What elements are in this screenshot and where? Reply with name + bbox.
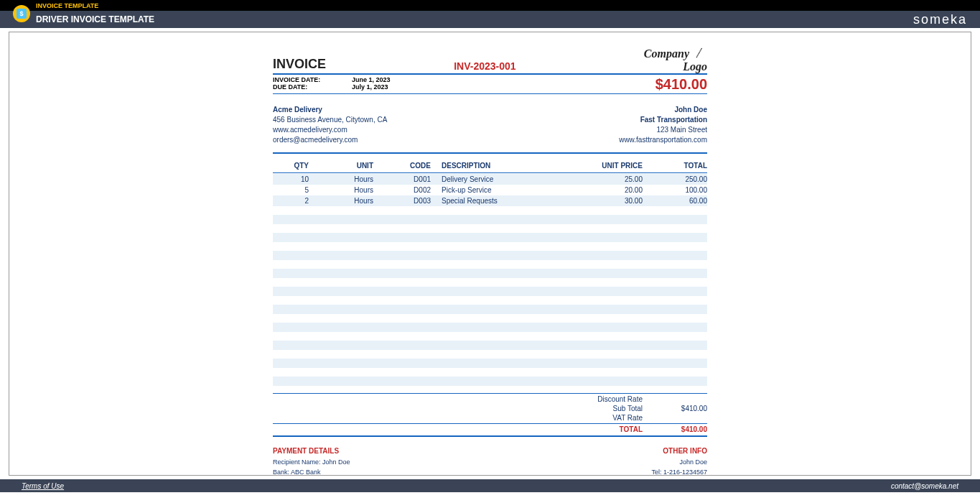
- empty-row: [273, 341, 707, 350]
- subtotal-value: $410.00: [643, 405, 707, 412]
- col-unit: UNIT: [316, 162, 381, 170]
- divider: [273, 93, 707, 94]
- to-web: www.fasttransportation.com: [619, 135, 707, 145]
- summary-row: Discount Rate: [273, 394, 707, 404]
- cell-total: 100.00: [643, 186, 707, 194]
- brand-logo: someka: [913, 12, 967, 27]
- terms-link[interactable]: Terms of Use: [22, 482, 64, 490]
- divider: [273, 152, 707, 154]
- footer-bar: Terms of Use contact@someka.net: [0, 479, 980, 492]
- document-frame: INVOICE INV-2023-001 Company⟋ Logo INVOI…: [9, 32, 971, 476]
- cell-total: 60.00: [643, 197, 707, 205]
- dates-block: INVOICE DATE:June 1, 2023 DUE DATE:July …: [273, 76, 391, 93]
- cell-code: D002: [381, 186, 438, 194]
- from-party: Acme Delivery 456 Business Avenue, Cityt…: [273, 105, 387, 145]
- col-qty: QTY: [273, 162, 316, 170]
- summary-total-row: TOTAL$410.00: [273, 425, 707, 434]
- top-bar: INVOICE TEMPLATE: [0, 0, 980, 11]
- topbar-label: INVOICE TEMPLATE: [36, 2, 98, 9]
- summary-row: VAT Rate: [273, 413, 707, 423]
- app-icon: $: [13, 5, 30, 22]
- parties-block: Acme Delivery 456 Business Avenue, Cityt…: [273, 105, 707, 145]
- empty-row: [273, 215, 707, 224]
- table-row: 2 Hours D003 Special Requests 30.00 60.0…: [273, 195, 707, 206]
- invoice-title: INVOICE: [273, 57, 326, 72]
- discount-label: Discount Rate: [564, 395, 643, 403]
- total-label: TOTAL: [564, 425, 643, 433]
- cell-uprice: 25.00: [567, 175, 643, 183]
- invoice-date-label: INVOICE DATE:: [273, 76, 352, 83]
- to-party: John Doe Fast Transportation 123 Main St…: [619, 105, 707, 145]
- due-date-value: July 1, 2023: [352, 83, 388, 91]
- divider: [273, 172, 707, 173]
- invoice-document: INVOICE INV-2023-001 Company⟋ Logo INVOI…: [273, 43, 707, 464]
- cell-desc: Pick-up Service: [438, 186, 567, 194]
- to-name: John Doe: [619, 105, 707, 115]
- table-row: 5 Hours D002 Pick-up Service 20.00 100.0…: [273, 185, 707, 195]
- col-desc: DESCRIPTION: [438, 162, 567, 170]
- cell-qty: 10: [273, 175, 316, 183]
- other-info: OTHER INFO John Doe Tel: 1-216-1234567 F…: [626, 446, 707, 476]
- empty-row: [273, 359, 707, 368]
- app-icon-inner: $: [17, 9, 27, 19]
- table-header: QTY UNIT CODE DESCRIPTION UNIT PRICE TOT…: [273, 160, 707, 172]
- cell-desc: Special Requests: [438, 197, 567, 205]
- invoice-top-row: INVOICE INV-2023-001 Company⟋ Logo: [273, 43, 707, 72]
- empty-row: [273, 377, 707, 386]
- header-bar: $ DRIVER INVOICE TEMPLATE someka: [0, 11, 980, 28]
- subtotal-label: Sub Total: [564, 405, 643, 412]
- to-company: Fast Transportation: [619, 115, 707, 125]
- from-email: orders@acmedelivery.com: [273, 135, 387, 145]
- cell-unit: Hours: [316, 175, 381, 183]
- cell-code: D003: [381, 197, 438, 205]
- cell-unit: Hours: [316, 197, 381, 205]
- from-web: www.acmedelivery.com: [273, 125, 387, 135]
- line-items-table: QTY UNIT CODE DESCRIPTION UNIT PRICE TOT…: [273, 160, 707, 206]
- empty-row: [273, 269, 707, 278]
- empty-row: [273, 233, 707, 242]
- divider: [273, 423, 707, 424]
- cell-uprice: 30.00: [567, 197, 643, 205]
- cell-total: 250.00: [643, 175, 707, 183]
- invoice-date-value: June 1, 2023: [352, 76, 391, 83]
- empty-row: [273, 251, 707, 260]
- summary-block: Discount Rate Sub Total$410.00 VAT Rate …: [273, 393, 707, 437]
- payment-title: PAYMENT DETAILS: [273, 446, 385, 456]
- divider: [273, 73, 707, 75]
- divider: [273, 393, 707, 394]
- cell-code: D001: [381, 175, 438, 183]
- cell-desc: Delivery Service: [438, 175, 567, 183]
- empty-row: [273, 323, 707, 332]
- other-tel: Tel: 1-216-1234567: [626, 468, 707, 476]
- from-address: 456 Business Avenue, Citytown, CA: [273, 115, 387, 125]
- invoice-number: INV-2023-001: [454, 60, 515, 72]
- total-amount-header: $410.00: [655, 76, 707, 93]
- to-address: 123 Main Street: [619, 125, 707, 135]
- cell-unit: Hours: [316, 186, 381, 194]
- divider: [273, 435, 707, 437]
- due-date-label: DUE DATE:: [273, 83, 352, 91]
- cell-qty: 2: [273, 197, 316, 205]
- discount-value: [643, 395, 707, 403]
- payment-details: PAYMENT DETAILS Recipient Name: John Doe…: [273, 446, 385, 476]
- cell-qty: 5: [273, 186, 316, 194]
- empty-row: [273, 287, 707, 296]
- logo-text-1: Company: [644, 47, 689, 60]
- dates-amount-row: INVOICE DATE:June 1, 2023 DUE DATE:July …: [273, 76, 707, 93]
- col-total: TOTAL: [643, 162, 707, 170]
- company-logo: Company⟋ Logo: [644, 43, 707, 72]
- cell-uprice: 20.00: [567, 186, 643, 194]
- total-value: $410.00: [643, 425, 707, 433]
- table-row: 10 Hours D001 Delivery Service 25.00 250…: [273, 174, 707, 185]
- contact-email: contact@someka.net: [891, 482, 958, 490]
- payment-recipient: Recipient Name: John Doe: [273, 458, 385, 468]
- details-block: PAYMENT DETAILS Recipient Name: John Doe…: [273, 446, 707, 476]
- payment-bank: Bank: ABC Bank: [273, 468, 385, 476]
- vat-label: VAT Rate: [564, 414, 643, 422]
- other-name: John Doe: [626, 458, 707, 468]
- empty-row: [273, 305, 707, 314]
- col-code: CODE: [381, 162, 438, 170]
- from-name: Acme Delivery: [273, 105, 387, 115]
- header-title: DRIVER INVOICE TEMPLATE: [36, 14, 154, 24]
- main-area: INVOICE INV-2023-001 Company⟋ Logo INVOI…: [0, 28, 980, 479]
